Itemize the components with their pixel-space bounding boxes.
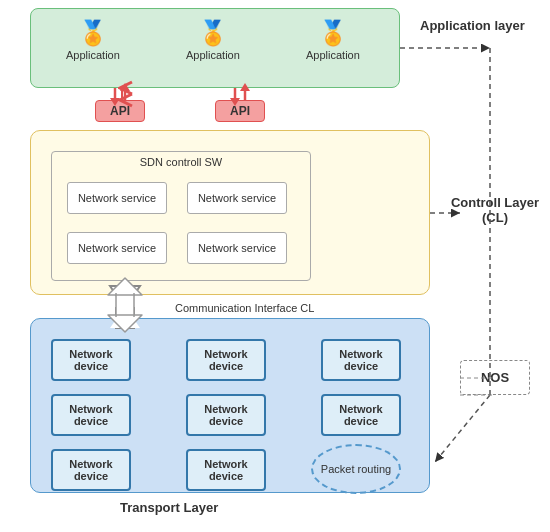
sdn-box: SDN controll SW Network service Network … bbox=[51, 151, 311, 281]
sdn-label: SDN controll SW bbox=[140, 156, 223, 168]
nd-box-4: Network device bbox=[51, 394, 131, 436]
ns-box-3: Network service bbox=[67, 232, 167, 264]
transport-layer-label: Transport Layer bbox=[120, 500, 218, 515]
nd-box-8: Network device bbox=[186, 449, 266, 491]
api-button-2[interactable]: API bbox=[215, 100, 265, 122]
ns-box-4: Network service bbox=[187, 232, 287, 264]
ns-box-1: Network service bbox=[67, 182, 167, 214]
api-button-1[interactable]: API bbox=[95, 100, 145, 122]
app-box-2: 🏅 Application bbox=[186, 19, 240, 61]
ns-box-2: Network service bbox=[187, 182, 287, 214]
application-layer-label: Application layer bbox=[420, 18, 525, 33]
application-layer-box: 🏅 Application 🏅 Application 🏅 Applicatio… bbox=[30, 8, 400, 88]
nos-box: NOS bbox=[460, 360, 530, 395]
transport-layer-box: Network device Network device Network de… bbox=[30, 318, 430, 493]
gear-icon-3: 🏅 bbox=[318, 19, 348, 47]
app-label-3: Application bbox=[306, 49, 360, 61]
nd-box-7: Network device bbox=[51, 449, 131, 491]
diagram: 🏅 Application 🏅 Application 🏅 Applicatio… bbox=[0, 0, 550, 532]
app-label-2: Application bbox=[186, 49, 240, 61]
app-box-1: 🏅 Application bbox=[66, 19, 120, 61]
comm-interface-label: Communication Interface CL bbox=[175, 302, 314, 314]
nd-box-6: Network device bbox=[321, 394, 401, 436]
gear-icon-1: 🏅 bbox=[78, 19, 108, 47]
nd-box-5: Network device bbox=[186, 394, 266, 436]
app-label-1: Application bbox=[66, 49, 120, 61]
app-box-3: 🏅 Application bbox=[306, 19, 360, 61]
nd-box-2: Network device bbox=[186, 339, 266, 381]
svg-line-13 bbox=[435, 395, 490, 462]
gear-icon-2: 🏅 bbox=[198, 19, 228, 47]
nd-box-3: Network device bbox=[321, 339, 401, 381]
packet-routing: Packet routing bbox=[311, 444, 401, 494]
control-layer-box: SDN controll SW Network service Network … bbox=[30, 130, 430, 295]
control-layer-label: Controll Layer (CL) bbox=[440, 195, 550, 225]
nd-box-1: Network device bbox=[51, 339, 131, 381]
